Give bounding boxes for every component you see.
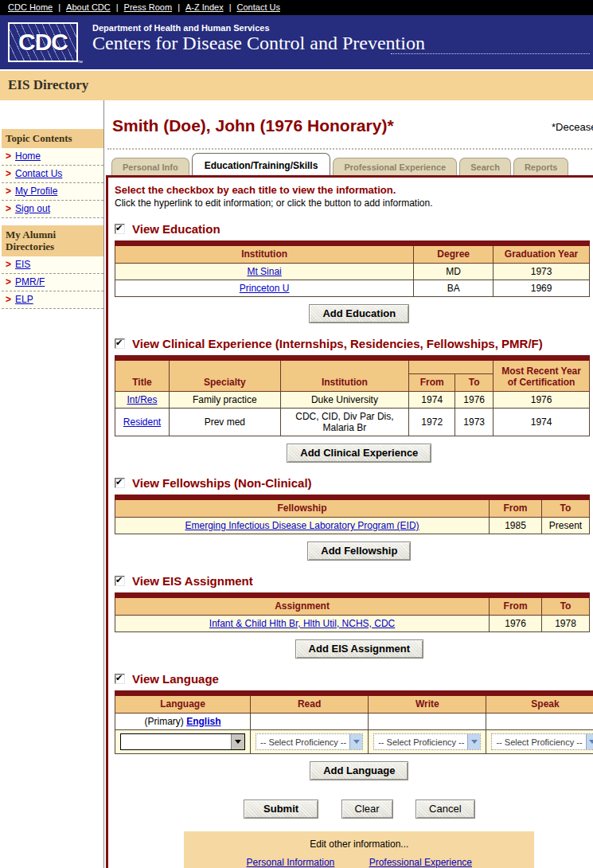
content-box: Select the checkbox by each title to vie…: [106, 175, 593, 868]
clinical-row: Int/Res Family practice Duke University …: [115, 392, 590, 409]
sidebar-section-my-alumni-directories: My Alumni Directories: [2, 225, 103, 256]
sidebar-link-sign-out[interactable]: Sign out: [15, 203, 50, 214]
add-language-button[interactable]: Add Language: [310, 761, 408, 780]
institution-cell: Princeton U: [115, 280, 414, 297]
personal-information-link[interactable]: Personal Information: [247, 857, 335, 868]
language-select[interactable]: [120, 733, 245, 750]
institution-cell: Mt Sinai: [115, 264, 414, 280]
cdc-logo-text: CDC: [18, 29, 68, 56]
clinical-col-cert-year: Most Recent Year of Certification: [494, 358, 590, 392]
sidebar-item-eis[interactable]: >EIS: [2, 256, 103, 274]
language-col-read: Read: [251, 694, 369, 714]
clinical-col-institution: Institution: [280, 358, 409, 392]
sidebar: Topic Contents >Home >Contact Us >My Pro…: [0, 100, 104, 868]
deceased-note: *Deceased: [552, 116, 593, 133]
tab-search[interactable]: Search: [459, 158, 511, 175]
tabs-wrapper: Personal Info Education/Training/Skills …: [107, 148, 593, 175]
education-institution-link[interactable]: Princeton U: [240, 283, 290, 294]
add-clinical-experience-button[interactable]: Add Clinical Experience: [287, 444, 431, 463]
tab-professional-experience[interactable]: Professional Experience: [333, 158, 457, 175]
section-eis-title: View EIS Assignment: [132, 574, 253, 588]
sidebar-item-home[interactable]: >Home: [2, 148, 103, 166]
view-language-checkbox[interactable]: ✔: [115, 674, 125, 684]
cancel-button[interactable]: Cancel: [415, 800, 474, 819]
clinical-title-link[interactable]: Resident: [123, 416, 161, 428]
write-proficiency-cell: -- Select Proficiency --: [369, 730, 486, 754]
section-education: ✔ View Education Institution Degree Grad…: [114, 222, 593, 323]
education-institution-link[interactable]: Mt Sinai: [247, 266, 281, 277]
tab-reports[interactable]: Reports: [513, 158, 569, 175]
dropdown-arrow-icon[interactable]: [231, 734, 244, 749]
read-proficiency-select[interactable]: -- Select Proficiency --: [256, 733, 363, 750]
sidebar-link-contact-us[interactable]: Contact Us: [15, 168, 62, 179]
institution-cell: CDC, CID, Div Par Dis, Malaria Br: [280, 409, 409, 436]
speak-proficiency-select[interactable]: -- Select Proficiency --: [491, 733, 593, 750]
check-icon: ✔: [115, 223, 123, 233]
write-proficiency-select[interactable]: -- Select Proficiency --: [373, 733, 481, 750]
empty-header-cell: [409, 358, 494, 374]
dropdown-arrow-icon: [349, 734, 362, 749]
clinical-col-to: To: [455, 374, 494, 392]
right-arrow-icon: >: [6, 168, 11, 179]
graduation-year-cell: 1973: [494, 264, 590, 280]
sidebar-link-home[interactable]: Home: [15, 151, 41, 162]
add-eis-assignment-button[interactable]: Add EIS Assignment: [295, 639, 423, 659]
sidebar-item-elp[interactable]: >ELP: [2, 291, 103, 309]
add-fellowship-button[interactable]: Add Fellowship: [307, 542, 411, 561]
read-proficiency-cell: -- Select Proficiency --: [251, 730, 369, 754]
right-arrow-icon: >: [6, 294, 11, 305]
fellowship-link[interactable]: Emerging Infectious Disease Laboratory P…: [185, 520, 419, 531]
from-cell: 1972: [409, 409, 455, 436]
top-link-az-index[interactable]: A-Z Index: [185, 2, 224, 12]
tab-education-training-skills[interactable]: Education/Training/Skills: [192, 153, 331, 175]
primary-language-link[interactable]: English: [186, 716, 220, 727]
clinical-col-title: Title: [115, 358, 170, 392]
view-clinical-experience-checkbox[interactable]: ✔: [115, 338, 125, 349]
sidebar-item-sign-out[interactable]: >Sign out: [2, 201, 103, 218]
fellowships-col-to: To: [542, 498, 590, 518]
clinical-header-row: Title Specialty Institution Most Recent …: [115, 358, 590, 374]
sidebar-link-pmrf[interactable]: PMR/F: [15, 276, 45, 287]
fellowship-cell: Emerging Infectious Disease Laboratory P…: [115, 518, 490, 534]
top-link-press-room[interactable]: Press Room: [124, 2, 173, 12]
right-arrow-icon: >: [6, 259, 11, 270]
section-language-header: ✔ View Language: [115, 672, 593, 686]
language-primary-row: (Primary) English: [115, 714, 593, 730]
select-placeholder: -- Select Proficiency --: [496, 737, 582, 747]
top-link-contact-us[interactable]: Contact Us: [237, 2, 280, 12]
clinical-row: Resident Prev med CDC, CID, Div Par Dis,…: [115, 409, 590, 436]
header-text-block: Department of Health and Human Services …: [92, 15, 593, 55]
title-row: Smith (Doe), John (1976 Honorary)* *Dece…: [106, 100, 593, 142]
eis-assignment-link[interactable]: Infant & Child Hlth Br, Hlth Util, NCHS,…: [209, 618, 395, 629]
sidebar-link-elp[interactable]: ELP: [15, 294, 33, 305]
to-cell: 1976: [455, 392, 494, 409]
view-eis-assignment-checkbox[interactable]: ✔: [115, 576, 125, 586]
sidebar-item-pmrf[interactable]: >PMR/F: [2, 274, 103, 291]
add-education-button[interactable]: Add Education: [309, 304, 409, 323]
tab-personal-info[interactable]: Personal Info: [111, 158, 189, 175]
sidebar-link-my-profile[interactable]: My Profile: [15, 186, 57, 197]
clear-button[interactable]: Clear: [341, 800, 393, 819]
right-arrow-icon: >: [6, 203, 11, 214]
view-education-checkbox[interactable]: ✔: [115, 224, 125, 234]
check-icon: ✔: [115, 673, 123, 683]
top-link-cdc-home[interactable]: CDC Home: [8, 2, 53, 12]
top-link-about-cdc[interactable]: About CDC: [66, 2, 111, 12]
clinical-experience-table: Title Specialty Institution Most Recent …: [115, 355, 590, 436]
professional-experience-link[interactable]: Professional Experience: [369, 857, 472, 868]
right-arrow-icon: >: [6, 276, 11, 287]
sidebar-item-contact-us[interactable]: >Contact Us: [2, 166, 103, 183]
education-row: Mt Sinai MD 1973: [115, 264, 590, 280]
language-select-value: [121, 734, 231, 749]
sidebar-item-my-profile[interactable]: >My Profile: [2, 183, 103, 201]
check-icon: ✔: [115, 575, 123, 585]
view-fellowships-checkbox[interactable]: ✔: [115, 478, 125, 488]
sidebar-link-eis[interactable]: EIS: [15, 259, 30, 270]
clinical-title-link[interactable]: Int/Res: [127, 394, 157, 405]
fellowships-col-fellowship: Fellowship: [115, 498, 490, 518]
education-col-graduation-year: Graduation Year: [494, 244, 590, 264]
page-layout: Topic Contents >Home >Contact Us >My Pro…: [0, 100, 593, 868]
section-education-title: View Education: [132, 222, 220, 236]
submit-button[interactable]: Submit: [244, 800, 318, 819]
cdc-logo[interactable]: CDC ™: [8, 22, 78, 62]
